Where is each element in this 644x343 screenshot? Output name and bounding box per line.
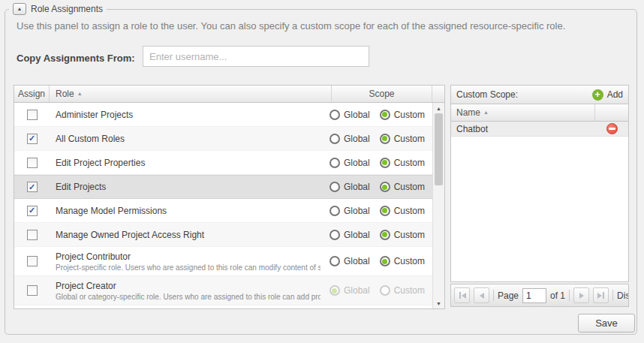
scope-custom-radio[interactable]: Custom	[380, 285, 425, 296]
role-table-row[interactable]: ✓ Administer Projects Global Custom	[14, 103, 433, 127]
assign-checkbox[interactable]: ✓	[27, 285, 38, 296]
role-table-row[interactable]: ✓ Edit Project Properties Global Custom	[14, 151, 433, 175]
collapse-panel-button[interactable]: ▲	[13, 3, 26, 15]
role-table-row[interactable]: ✓ Edit Projects Global Custom	[14, 175, 433, 199]
scope-custom-radio[interactable]: Custom	[380, 110, 425, 120]
scope-cell: Global Custom	[320, 110, 433, 120]
copy-assignments-input[interactable]	[143, 46, 369, 67]
check-icon: ✓	[29, 134, 35, 143]
role-name: Edit Project Properties	[56, 158, 320, 168]
role-description: Global or category-specific role. Users …	[56, 293, 320, 301]
role-cell: Administer Projects	[50, 110, 320, 120]
custom-scope-body: Chatbot	[451, 122, 628, 137]
assign-cell: ✓	[14, 134, 50, 144]
custom-scope-titlebar: Custom Scope: + Add	[451, 86, 628, 104]
scope-global-radio[interactable]: Global	[330, 206, 370, 216]
global-radio-label: Global	[344, 206, 370, 216]
radio-icon	[380, 285, 390, 296]
role-table-row[interactable]: ✓ Project Creator Global or category-spe…	[14, 276, 433, 305]
scope-custom-radio[interactable]: Custom	[380, 230, 425, 240]
assign-checkbox[interactable]: ✓	[27, 182, 38, 192]
first-page-icon	[462, 293, 466, 299]
column-header-scope[interactable]: Scope	[332, 86, 432, 102]
assign-checkbox[interactable]: ✓	[27, 256, 38, 266]
assign-checkbox[interactable]: ✓	[27, 158, 38, 168]
radio-icon	[330, 256, 340, 266]
role-name: Manage Owned Project Access Right	[56, 230, 320, 240]
role-cell: Project Contributor Project-specific rol…	[50, 251, 320, 272]
custom-scope-title: Custom Scope:	[456, 89, 518, 100]
roles-grid: Assign Role▲ Scope ✓ Administer Projects…	[14, 85, 445, 309]
role-table-row[interactable]: ✓ Project Contributor Project-specific r…	[14, 247, 433, 276]
scope-custom-radio[interactable]: Custom	[380, 182, 425, 192]
collapse-arrow-icon: ▲	[17, 6, 23, 11]
role-name: All Custom Roles	[56, 134, 320, 144]
roles-grid-header: Assign Role▲ Scope	[14, 86, 444, 103]
save-button[interactable]: Save	[578, 314, 635, 332]
custom-scope-row[interactable]: Chatbot	[451, 122, 628, 137]
scope-cell: Global Custom	[320, 285, 433, 296]
role-table-row[interactable]: ✓ Manage Owned Project Access Right Glob…	[14, 223, 433, 247]
column-header-role[interactable]: Role▲	[50, 86, 332, 102]
radio-icon	[380, 256, 390, 266]
page-label: Page	[498, 290, 519, 301]
scroll-down-icon[interactable]: ▼	[433, 298, 444, 308]
scope-cell: Global Custom	[320, 182, 433, 192]
column-header-assign[interactable]: Assign	[14, 86, 50, 102]
role-table-row[interactable]: ✓ Manage Model Permissions Global Custom	[14, 199, 433, 223]
radio-icon	[380, 110, 390, 120]
scope-global-radio[interactable]: Global	[330, 110, 370, 120]
custom-radio-label: Custom	[394, 158, 425, 168]
remove-scope-button[interactable]	[595, 123, 628, 134]
pagination-toolbar: Page of 1 Display	[450, 284, 629, 307]
column-header-name[interactable]: Name▲	[451, 104, 595, 121]
scope-item-name: Chatbot	[451, 124, 595, 134]
scope-global-radio[interactable]: Global	[330, 256, 370, 266]
sort-asc-icon: ▲	[483, 110, 489, 115]
role-assignments-screen: ▲ Role Assignments Use this panel to ass…	[0, 0, 644, 343]
next-page-button[interactable]	[573, 287, 589, 303]
scope-global-radio[interactable]: Global	[330, 182, 370, 192]
scrollbar-thumb[interactable]	[435, 113, 443, 185]
role-table-row[interactable]: ✓ All Custom Roles Global Custom	[14, 127, 433, 151]
panel-legend: ▲ Role Assignments	[9, 2, 107, 16]
first-page-button[interactable]	[454, 287, 470, 303]
last-page-button[interactable]	[593, 287, 609, 303]
scope-custom-radio[interactable]: Custom	[380, 158, 425, 168]
roles-grid-scrollbar[interactable]: ▲ ▼	[432, 103, 444, 308]
scroll-up-icon[interactable]: ▲	[433, 103, 444, 113]
scope-global-radio[interactable]: Global	[330, 134, 370, 144]
assign-checkbox[interactable]: ✓	[27, 230, 38, 240]
toolbar-separator	[612, 290, 613, 301]
column-header-spacer	[432, 86, 444, 102]
scope-cell: Global Custom	[320, 256, 433, 266]
prev-page-icon	[480, 293, 484, 299]
sort-asc-icon: ▲	[77, 91, 83, 96]
prev-page-button[interactable]	[474, 287, 489, 303]
radio-icon	[380, 134, 390, 144]
add-scope-button[interactable]: + Add	[592, 89, 623, 101]
role-description: Project-specific role. Users who are ass…	[56, 263, 320, 272]
scope-global-radio[interactable]: Global	[330, 230, 370, 240]
custom-radio-label: Custom	[394, 134, 425, 144]
panel-title: Role Assignments	[31, 4, 103, 14]
radio-icon	[380, 206, 390, 216]
global-radio-label: Global	[344, 134, 370, 144]
scope-global-radio[interactable]: Global	[330, 285, 370, 296]
assign-checkbox[interactable]: ✓	[27, 134, 38, 144]
page-number-input[interactable]	[522, 288, 546, 303]
scope-global-radio[interactable]: Global	[330, 158, 370, 168]
custom-scope-header: Name▲	[451, 104, 628, 122]
scope-custom-radio[interactable]: Custom	[380, 206, 425, 216]
scope-custom-radio[interactable]: Custom	[380, 256, 425, 266]
role-name: Manage Model Permissions	[56, 206, 320, 216]
radio-icon	[330, 285, 340, 296]
assign-checkbox[interactable]: ✓	[27, 110, 38, 120]
scope-custom-radio[interactable]: Custom	[380, 134, 425, 144]
assign-checkbox[interactable]: ✓	[27, 206, 38, 216]
global-radio-label: Global	[344, 110, 370, 120]
page-of-label: of 1	[550, 290, 565, 301]
role-cell: Edit Projects	[50, 182, 320, 192]
copy-assignments-label: Copy Assignments From:	[17, 53, 135, 64]
custom-radio-label: Custom	[394, 285, 425, 296]
